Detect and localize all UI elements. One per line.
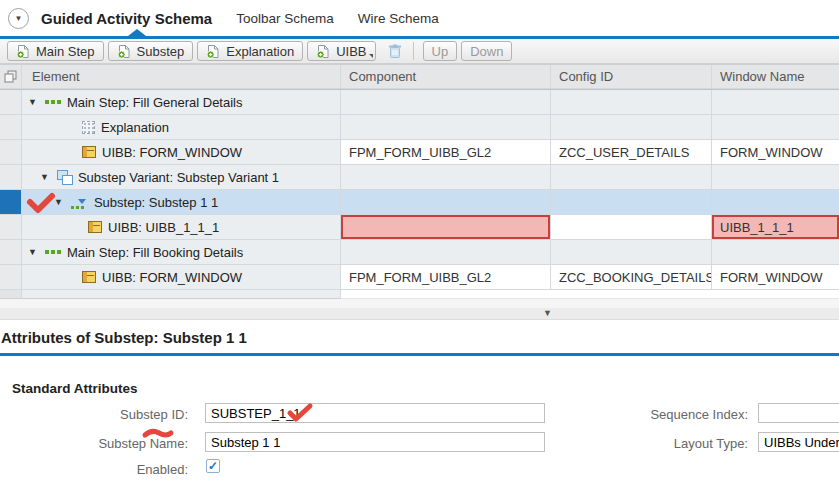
table-row-uibb-form-window-1[interactable]: UIBB: FORM_WINDOW FPM_FORM_UIBB_GL2 ZCC_… bbox=[0, 140, 839, 165]
column-header-element[interactable]: Element bbox=[22, 65, 341, 89]
config-id-cell[interactable] bbox=[551, 215, 712, 240]
column-header-config-id[interactable]: Config ID bbox=[551, 65, 712, 89]
row-selector-cell[interactable] bbox=[0, 90, 22, 115]
add-main-step-button[interactable]: Main Step bbox=[7, 41, 104, 61]
component-cell bbox=[341, 165, 551, 190]
panel-dropdown-button[interactable]: ▼ bbox=[8, 8, 29, 29]
trash-icon bbox=[388, 44, 402, 59]
table-row-substep-selected[interactable]: ▼ Substep: Substep 1 1 bbox=[0, 190, 839, 215]
window-name-cell bbox=[712, 90, 839, 115]
fpm-guided-activity-editor: ▼ Guided Activity Schema Toolbar Schema … bbox=[0, 0, 839, 485]
expand-arrow-icon[interactable]: ▼ bbox=[28, 97, 37, 107]
expand-arrow-icon[interactable]: ▼ bbox=[54, 197, 63, 207]
component-cell[interactable]: FPM_FORM_UIBB_GL2 bbox=[341, 140, 551, 165]
table-row-uibb-1-1-1[interactable]: UIBB: UIBB_1_1_1 UIBB_1_1_1 bbox=[0, 215, 839, 240]
table-empty-row bbox=[0, 290, 839, 299]
table-footer-strip bbox=[0, 299, 839, 308]
table-row-explanation[interactable]: Explanation bbox=[0, 115, 839, 140]
uibb-icon bbox=[88, 221, 102, 233]
stacked-squares-icon bbox=[4, 70, 17, 83]
component-cell bbox=[341, 115, 551, 140]
row-selector-cell[interactable] bbox=[0, 115, 22, 140]
window-name-cell[interactable]: FORM_WINDOW bbox=[712, 140, 839, 165]
window-name-cell bbox=[712, 190, 839, 215]
add-uibb-menu-button[interactable]: UIBB bbox=[307, 41, 375, 61]
select-all-cell[interactable] bbox=[0, 65, 22, 89]
chevron-down-icon: ▼ bbox=[15, 14, 23, 23]
config-id-cell bbox=[551, 190, 712, 215]
new-document-add-icon bbox=[16, 44, 31, 59]
substep-id-input[interactable] bbox=[205, 403, 545, 423]
explanation-icon bbox=[82, 121, 95, 134]
table-header-row: Element Component Config ID Window Name bbox=[0, 64, 839, 90]
sequence-index-input[interactable] bbox=[758, 403, 839, 423]
new-document-add-icon bbox=[117, 44, 132, 59]
row-selector-cell[interactable] bbox=[0, 140, 22, 165]
tab-wire-schema[interactable]: Wire Schema bbox=[358, 11, 439, 26]
tab-toolbar-schema[interactable]: Toolbar Schema bbox=[236, 11, 334, 26]
row-selector-cell[interactable] bbox=[0, 265, 22, 290]
collapse-panel-icon[interactable]: ▼ bbox=[543, 308, 552, 318]
config-id-cell bbox=[551, 165, 712, 190]
main-step-icon bbox=[45, 250, 61, 255]
move-up-button[interactable]: Up bbox=[423, 41, 458, 61]
window-name-cell bbox=[712, 240, 839, 265]
table-row-main-step-general[interactable]: ▼ Main Step: Fill General Details bbox=[0, 90, 839, 115]
tab-guided-activity-schema[interactable]: Guided Activity Schema bbox=[41, 10, 212, 27]
component-cell[interactable]: FPM_FORM_UIBB_GL2 bbox=[341, 265, 551, 290]
component-cell bbox=[341, 190, 551, 215]
layout-type-select[interactable] bbox=[758, 432, 839, 452]
horizontal-splitter[interactable]: ▼ bbox=[0, 308, 839, 320]
attributes-panel-title: Attributes of Substep: Substep 1 1 bbox=[1, 329, 247, 346]
layout-type-label: Layout Type: bbox=[598, 436, 748, 451]
column-header-window-name[interactable]: Window Name bbox=[712, 65, 839, 89]
config-id-cell bbox=[551, 115, 712, 140]
schema-toolbar: Main Step Substep Explanation UIBB Up Do… bbox=[0, 39, 839, 64]
row-selector-cell[interactable] bbox=[0, 215, 22, 240]
table-row-substep-variant[interactable]: ▼ Substep Variant: Substep Variant 1 bbox=[0, 165, 839, 190]
table-row-uibb-form-window-2[interactable]: UIBB: FORM_WINDOW FPM_FORM_UIBB_GL2 ZCC_… bbox=[0, 265, 839, 290]
enabled-checkbox[interactable] bbox=[206, 459, 220, 473]
move-down-button[interactable]: Down bbox=[461, 41, 512, 61]
standard-attributes-heading: Standard Attributes bbox=[12, 381, 138, 396]
window-name-cell bbox=[712, 115, 839, 140]
config-id-cell bbox=[551, 90, 712, 115]
enabled-label: Enabled: bbox=[38, 462, 188, 477]
uibb-icon bbox=[82, 271, 96, 283]
schema-tabbar: ▼ Guided Activity Schema Toolbar Schema … bbox=[0, 0, 839, 36]
new-document-add-icon bbox=[316, 44, 331, 59]
table-row-main-step-booking[interactable]: ▼ Main Step: Fill Booking Details bbox=[0, 240, 839, 265]
substep-name-label: Substep Name: bbox=[38, 436, 188, 451]
substep-name-input[interactable] bbox=[205, 432, 545, 452]
attributes-title-underline bbox=[0, 353, 839, 356]
row-selector-cell[interactable] bbox=[0, 190, 22, 215]
row-selector-cell[interactable] bbox=[0, 240, 22, 265]
config-id-cell[interactable]: ZCC_USER_DETAILS bbox=[551, 140, 712, 165]
window-name-cell-error[interactable]: UIBB_1_1_1 bbox=[712, 215, 839, 240]
config-id-cell bbox=[551, 240, 712, 265]
expand-arrow-icon[interactable]: ▼ bbox=[40, 172, 49, 182]
component-cell bbox=[341, 240, 551, 265]
component-cell bbox=[341, 90, 551, 115]
column-header-component[interactable]: Component bbox=[341, 65, 551, 89]
sequence-index-label: Sequence Index: bbox=[598, 407, 748, 422]
delete-button[interactable] bbox=[382, 41, 408, 61]
substep-variant-icon bbox=[57, 170, 72, 184]
expand-arrow-icon[interactable]: ▼ bbox=[28, 247, 37, 257]
uibb-icon bbox=[82, 146, 96, 158]
component-cell-error[interactable] bbox=[341, 215, 551, 240]
row-selector-cell[interactable] bbox=[0, 165, 22, 190]
window-name-cell bbox=[712, 165, 839, 190]
window-name-cell[interactable]: FORM_WINDOW bbox=[712, 265, 839, 290]
toolbar-separator bbox=[413, 42, 414, 60]
substep-id-label: Substep ID: bbox=[38, 407, 188, 422]
config-id-cell[interactable]: ZCC_BOOKING_DETAILS bbox=[551, 265, 712, 290]
substep-icon bbox=[71, 196, 88, 209]
guided-activity-schema-table: Element Component Config ID Window Name … bbox=[0, 64, 839, 299]
red-underline-substep-label-annotation bbox=[145, 431, 171, 435]
main-step-icon bbox=[45, 100, 61, 105]
add-substep-button[interactable]: Substep bbox=[108, 41, 194, 61]
active-tab-marker bbox=[128, 29, 146, 36]
add-explanation-button[interactable]: Explanation bbox=[197, 41, 303, 61]
new-document-add-icon bbox=[206, 44, 221, 59]
